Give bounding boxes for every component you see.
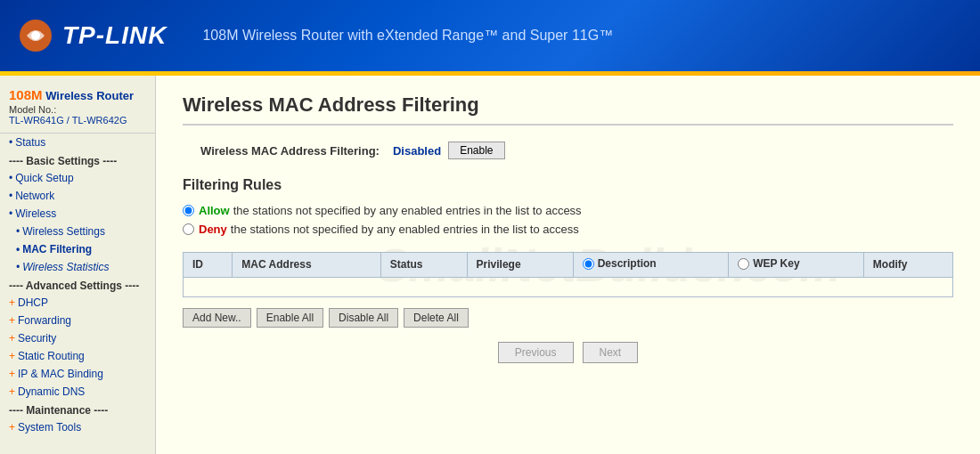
logo: TP-LINK <box>18 18 167 53</box>
radio-deny-row: Deny the stations not specified by any e… <box>183 223 953 236</box>
col-id: ID <box>184 253 233 278</box>
action-buttons: Add New.. Enable All Disable All Delete … <box>183 308 953 328</box>
svg-point-1 <box>31 31 40 40</box>
sidebar-item-wireless[interactable]: •Wireless <box>0 205 155 223</box>
enable-all-button[interactable]: Enable All <box>257 308 323 328</box>
logo-text: TP-LINK <box>62 21 167 50</box>
sidebar-item-security[interactable]: +Security <box>0 329 155 347</box>
sidebar-item-dynamic-dns[interactable]: +Dynamic DNS <box>0 383 155 401</box>
col-description: Description <box>573 253 728 278</box>
tp-link-icon <box>18 18 53 53</box>
disable-all-button[interactable]: Disable All <box>329 308 398 328</box>
radio-allow[interactable] <box>183 205 194 216</box>
radio-deny-label: Deny <box>199 223 227 236</box>
sidebar-item-quick-setup[interactable]: •Quick Setup <box>0 169 155 187</box>
radio-deny-text: the stations not specified by any enable… <box>231 223 579 236</box>
sidebar-brand: 108M Wireless Router <box>9 87 146 102</box>
add-new-button[interactable]: Add New.. <box>183 308 251 328</box>
sidebar-item-mac-filtering[interactable]: •MAC Filtering <box>0 240 155 258</box>
radio-allow-row: Allow the stations not specified by any … <box>183 204 953 217</box>
brand-108m: 108M <box>9 87 43 102</box>
content-inner: Wireless MAC Address Filtering Wireless … <box>183 93 953 363</box>
nav-buttons: Previous Next <box>183 342 953 363</box>
radio-allow-label: Allow <box>199 204 230 217</box>
radio-deny[interactable] <box>183 223 194 235</box>
previous-button[interactable]: Previous <box>498 342 574 363</box>
brand-router: Wireless Router <box>45 89 134 102</box>
page-title: Wireless MAC Address Filtering <box>183 93 953 126</box>
sidebar-advanced-header: ---- Advanced Settings ---- <box>0 276 155 294</box>
sidebar-model: 108M Wireless Router Model No.: TL-WR641… <box>0 83 155 134</box>
model-id: TL-WR641G / TL-WR642G <box>9 115 146 126</box>
filtering-rules-section: Filtering Rules Allow the stations not s… <box>183 177 953 236</box>
sidebar-item-wireless-statistics[interactable]: •Wireless Statistics <box>0 258 155 276</box>
radio-allow-text: the stations not specified by any enable… <box>233 204 582 217</box>
col-wep-key: WEP Key <box>729 253 864 278</box>
header: TP-LINK 108M Wireless Router with eXtend… <box>0 0 980 71</box>
main-content: SmallNetBuilder.com Wireless MAC Address… <box>156 76 980 454</box>
radio-wep-col[interactable] <box>738 258 749 270</box>
sidebar-basic-header: ---- Basic Settings ---- <box>0 151 155 169</box>
sidebar-maintenance-header: ---- Maintenance ---- <box>0 401 155 418</box>
header-tagline: 108M Wireless Router with eXtended Range… <box>202 28 613 44</box>
sidebar: 108M Wireless Router Model No.: TL-WR641… <box>0 76 156 454</box>
sidebar-item-ip-mac-binding[interactable]: +IP & MAC Binding <box>0 365 155 383</box>
filtering-status-value: Disabled <box>393 144 441 158</box>
delete-all-button[interactable]: Delete All <box>404 308 469 328</box>
col-modify: Modify <box>863 253 952 278</box>
sidebar-item-static-routing[interactable]: +Static Routing <box>0 347 155 365</box>
model-label: Model No.: <box>9 104 146 115</box>
filtering-status-row: Wireless MAC Address Filtering: Disabled… <box>183 142 953 159</box>
table-empty-row <box>184 277 953 296</box>
filtering-rules-title: Filtering Rules <box>183 177 953 193</box>
next-button[interactable]: Next <box>583 342 639 363</box>
sidebar-item-network[interactable]: •Network <box>0 187 155 205</box>
sidebar-item-system-tools[interactable]: +System Tools <box>0 418 155 436</box>
layout: 108M Wireless Router Model No.: TL-WR641… <box>0 76 980 454</box>
radio-description-col[interactable] <box>583 258 594 270</box>
sidebar-item-dhcp[interactable]: +DHCP <box>0 294 155 312</box>
sidebar-item-wireless-settings[interactable]: •Wireless Settings <box>0 223 155 240</box>
filtering-status-label: Wireless MAC Address Filtering: <box>200 144 380 158</box>
col-privilege: Privilege <box>467 253 573 278</box>
col-status: Status <box>380 253 467 278</box>
filter-table: ID MAC Address Status Privilege Descript… <box>183 252 953 297</box>
enable-button[interactable]: Enable <box>448 142 504 159</box>
sidebar-item-status[interactable]: •Status <box>0 134 155 151</box>
sidebar-item-forwarding[interactable]: +Forwarding <box>0 312 155 329</box>
col-mac: MAC Address <box>233 253 380 278</box>
